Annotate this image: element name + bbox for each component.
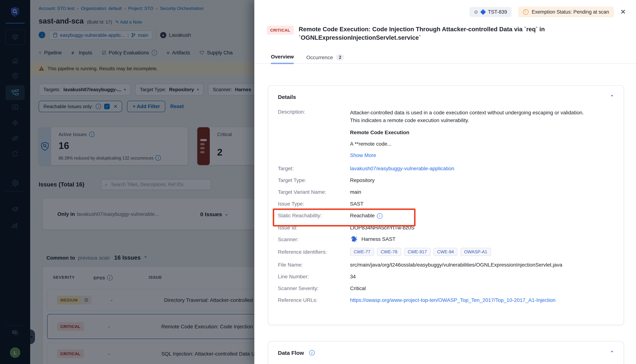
app-window: ? L Account: STO test› Organization: def… — [0, 0, 636, 364]
file-name-label: File Name: — [278, 262, 350, 268]
scanner-severity-label: Scanner Severity: — [278, 285, 350, 291]
data-flow-heading: Data Flow — [278, 350, 304, 356]
target-link[interactable]: lavakush07/easybuggy-vulnerable-applicat… — [350, 166, 454, 171]
target-label: Target: — [278, 166, 350, 171]
description-subheading: Remote Code Execution — [350, 130, 585, 135]
exemption-status-text: Exemption Status: Pending at scan — [532, 9, 609, 15]
static-reachability-label: Static Reachability: — [278, 212, 350, 218]
show-more-link[interactable]: Show More — [350, 152, 585, 158]
target-type-value: Repository — [350, 177, 375, 183]
cwe-pill[interactable]: CWE-94 — [433, 248, 458, 256]
collapse-data-flow-icon[interactable]: ⌃ — [610, 350, 614, 356]
target-variant-label: Target Variant Name: — [278, 189, 350, 195]
jira-issue-icon — [480, 9, 486, 15]
no-exemption-icon: ⊘ — [474, 9, 478, 15]
ticket-pill[interactable]: ⊘ TST-839 — [470, 7, 511, 17]
drawer-backdrop[interactable] — [0, 0, 254, 364]
static-reachability-value: Reachable — [350, 212, 375, 218]
issue-details-drawer: ⊘ TST-839 Exemption Status: Pending at s… — [254, 0, 636, 364]
close-drawer-button[interactable]: ✕ — [620, 8, 626, 16]
reference-identifiers-label: Reference Identifiers: — [278, 249, 350, 256]
file-name-value: src/main/java/org/t246osslab/easybuggy/v… — [350, 262, 562, 268]
data-flow-card: Data Flowi ⌃ Unsanitized data flows from… — [268, 341, 624, 364]
info-icon[interactable]: i — [309, 350, 315, 356]
issue-type-label: Issue Type: — [278, 201, 350, 207]
pending-clock-icon — [523, 9, 528, 15]
issue-title: Remote Code Execution: Code Injection Th… — [299, 25, 545, 42]
description-truncated: A **remote code... — [350, 141, 585, 147]
issue-type-value: SAST — [350, 201, 364, 207]
drawer-tabs: Overview Occurrence2 — [271, 54, 344, 64]
scanner-value: Harness SAST — [362, 236, 396, 242]
cwe-pill[interactable]: CWE-917 — [404, 248, 430, 256]
collapse-details-icon[interactable]: ⌃ — [610, 94, 614, 100]
severity-badge: CRITICAL — [267, 26, 293, 34]
cwe-pill[interactable]: CWE-77 — [350, 248, 374, 256]
ticket-id: TST-839 — [488, 9, 507, 15]
line-number-label: Line Number: — [278, 273, 350, 279]
scanner-severity-value: Critical — [350, 285, 366, 291]
issue-id-value: LIOP834NHA5cnYtTw-bz0S — [350, 224, 414, 230]
info-icon[interactable]: i — [377, 213, 382, 218]
issue-id-label: Issue Id: — [278, 224, 350, 230]
target-type-label: Target Type: — [278, 177, 350, 183]
main-content-region: ? L Account: STO test› Organization: def… — [0, 0, 254, 364]
cwe-pill[interactable]: CWE-78 — [377, 248, 401, 256]
occurrence-count-badge: 2 — [336, 54, 344, 61]
scanner-label: Scanner: — [278, 236, 350, 243]
details-heading: Details — [278, 94, 296, 100]
exemption-status-pill: Exemption Status: Pending at scan — [518, 6, 614, 17]
tab-occurrence[interactable]: Occurrence2 — [306, 54, 344, 64]
tab-overview[interactable]: Overview — [271, 54, 294, 64]
reference-urls-label: Reference URLs: — [278, 297, 350, 303]
reference-url-link[interactable]: https://owasp.org/www-project-top-ten/OW… — [350, 297, 556, 303]
description-label: Description: — [278, 109, 350, 158]
target-variant-value: main — [350, 189, 361, 195]
tabs-divider — [254, 63, 636, 64]
details-card: Details ⌃ Description: Attacker-controll… — [268, 85, 624, 325]
harness-scanner-logo — [350, 235, 358, 243]
description-text: Attacker-controlled data is used in a co… — [350, 109, 585, 124]
line-number-value: 34 — [350, 273, 356, 279]
owasp-pill[interactable]: OWASP-A1 — [460, 248, 491, 256]
